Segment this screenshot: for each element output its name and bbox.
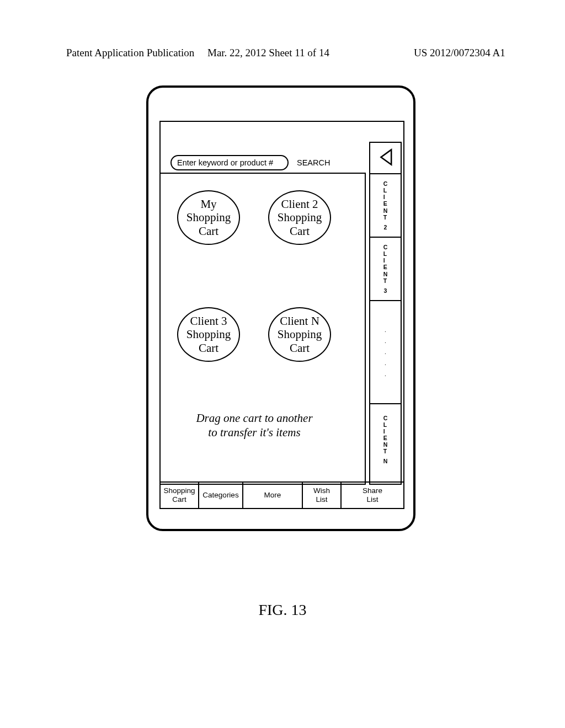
client-number: N: [383, 458, 388, 464]
vertical-label: CLIENT: [383, 244, 388, 283]
cart-label: Cart: [290, 224, 310, 238]
sidebar-ellipsis: .....: [370, 301, 401, 404]
cart-label: Client 2: [281, 197, 318, 211]
tab-label: More: [264, 491, 281, 500]
cart-label: Cart: [199, 224, 218, 238]
screen: Enter keyword or product # SEARCH My Sho…: [159, 121, 404, 509]
chevron-left-icon: [376, 148, 395, 169]
client-sidebar: CLIENT 2 CLIENT 3 ..... CLIENT N: [369, 142, 402, 485]
my-shopping-cart[interactable]: My Shopping Cart: [177, 190, 240, 245]
tab-label: Categories: [202, 491, 238, 500]
cart-label: Client 3: [190, 314, 227, 328]
header-right: US 2012/0072304 A1: [414, 47, 505, 59]
client-n-shopping-cart[interactable]: Client N Shopping Cart: [268, 307, 331, 362]
tab-categories[interactable]: Categories: [199, 483, 243, 508]
cart-label: Shopping: [186, 211, 231, 224]
cart-label: Client N: [280, 314, 319, 328]
vertical-label: CLIENT: [383, 415, 388, 454]
cart-label: Shopping: [278, 211, 322, 224]
instruction-line: to transfer it's items: [166, 425, 343, 440]
tab-label: Cart: [163, 495, 195, 504]
back-button[interactable]: [370, 143, 401, 174]
carts-panel: My Shopping Cart Client 2 Shopping Cart …: [161, 173, 366, 485]
tab-label: List: [363, 495, 382, 504]
tab-label: Wish: [313, 486, 330, 495]
device-frame: Enter keyword or product # SEARCH My Sho…: [146, 85, 415, 531]
sidebar-client-2[interactable]: CLIENT 2: [370, 174, 401, 238]
sidebar-client-3[interactable]: CLIENT 3: [370, 238, 401, 301]
drag-instruction: Drag one cart to another to transfer it'…: [166, 411, 343, 440]
client-number: 3: [384, 287, 387, 294]
sidebar-client-n[interactable]: CLIENT N: [370, 404, 401, 475]
client-3-shopping-cart[interactable]: Client 3 Shopping Cart: [177, 307, 240, 362]
search-button[interactable]: SEARCH: [297, 158, 330, 167]
vertical-label: CLIENT: [383, 180, 388, 220]
cart-label: Cart: [199, 341, 218, 355]
cart-label: Shopping: [278, 328, 322, 341]
search-input[interactable]: Enter keyword or product #: [170, 155, 289, 170]
instruction-line: Drag one cart to another: [166, 411, 343, 425]
tab-label: List: [313, 495, 330, 504]
client-number: 2: [384, 224, 387, 231]
figure-label: FIG. 13: [0, 601, 565, 619]
client-2-shopping-cart[interactable]: Client 2 Shopping Cart: [268, 190, 331, 245]
tab-label: Shopping: [163, 486, 195, 495]
search-row: Enter keyword or product # SEARCH: [170, 155, 393, 170]
cart-label: My: [200, 197, 216, 211]
tab-more[interactable]: More: [243, 483, 303, 508]
tab-shopping-cart[interactable]: Shopping Cart: [161, 483, 199, 508]
header-left: Patent Application Publication: [66, 47, 194, 59]
tab-wish-list[interactable]: Wish List: [303, 483, 342, 508]
tab-label: Share: [363, 486, 382, 495]
cart-label: Shopping: [186, 328, 231, 341]
bottom-nav: Shopping Cart Categories More Wish List …: [161, 481, 403, 508]
header-center: Mar. 22, 2012 Sheet 11 of 14: [207, 47, 329, 59]
cart-label: Cart: [290, 341, 310, 355]
tab-share-list[interactable]: Share List: [342, 483, 403, 508]
